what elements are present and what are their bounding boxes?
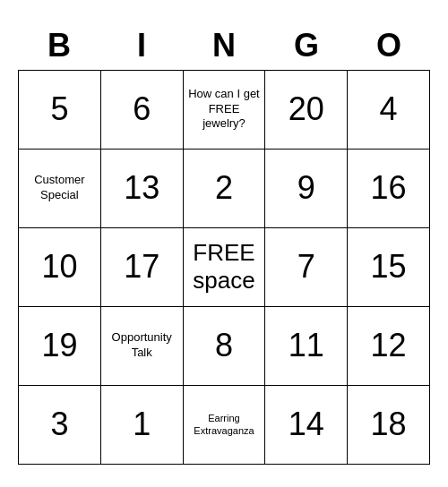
cell-number: 13	[124, 169, 159, 207]
cell-r3-c2: 8	[184, 307, 266, 386]
cell-r1-c0: Customer Special	[19, 150, 101, 228]
cell-number: 17	[124, 248, 159, 286]
cell-r3-c0: 19	[19, 307, 101, 386]
cell-r2-c4: 15	[348, 228, 430, 307]
bingo-header: BINGO	[18, 23, 430, 70]
header-letter: G	[265, 23, 348, 70]
cell-number: 5	[50, 90, 68, 128]
header-letter: B	[18, 23, 100, 70]
cell-number: 11	[289, 327, 324, 364]
cell-number: 15	[371, 248, 407, 286]
header-letter: O	[348, 23, 430, 70]
cell-number: 2	[215, 169, 233, 207]
cell-r4-c3: 14	[265, 386, 348, 465]
bingo-grid: 56How can I get FREE jewelry?204Customer…	[18, 70, 430, 465]
cell-r0-c3: 20	[265, 71, 348, 150]
cell-text: FREE space	[187, 239, 262, 295]
cell-number: 18	[371, 406, 407, 443]
cell-number: 3	[50, 406, 68, 443]
cell-r4-c2: Earring Extravaganza	[184, 386, 266, 465]
cell-r0-c1: 6	[101, 71, 184, 150]
cell-text: How can I get FREE jewelry?	[187, 87, 262, 132]
cell-number: 14	[289, 406, 324, 443]
cell-number: 19	[41, 327, 77, 364]
cell-r4-c1: 1	[101, 386, 184, 465]
cell-number: 9	[297, 169, 315, 207]
cell-number: 1	[133, 406, 151, 443]
cell-r2-c2: FREE space	[184, 228, 266, 307]
cell-r1-c4: 16	[348, 150, 430, 228]
cell-r3-c1: Opportunity Talk	[101, 307, 184, 386]
cell-r2-c0: 10	[19, 228, 101, 307]
cell-r0-c4: 4	[348, 71, 430, 150]
cell-text: Customer Special	[22, 173, 97, 203]
cell-number: 7	[297, 248, 315, 286]
cell-r1-c2: 2	[184, 150, 266, 228]
cell-number: 6	[133, 90, 151, 128]
cell-r0-c0: 5	[19, 71, 101, 150]
cell-number: 10	[41, 248, 77, 286]
header-letter: N	[183, 23, 265, 70]
cell-text: Earring Extravaganza	[187, 412, 262, 438]
cell-r0-c2: How can I get FREE jewelry?	[184, 71, 266, 150]
cell-r2-c1: 17	[101, 228, 184, 307]
cell-number: 12	[371, 327, 407, 364]
cell-number: 8	[215, 327, 233, 364]
cell-r4-c0: 3	[19, 386, 101, 465]
cell-number: 16	[371, 169, 407, 207]
cell-r3-c4: 12	[348, 307, 430, 386]
cell-number: 20	[289, 90, 324, 128]
cell-text: Opportunity Talk	[105, 330, 179, 361]
cell-number: 4	[380, 90, 398, 128]
cell-r3-c3: 11	[265, 307, 348, 386]
cell-r4-c4: 18	[348, 386, 430, 465]
cell-r1-c1: 13	[101, 150, 184, 228]
bingo-card: BINGO 56How can I get FREE jewelry?204Cu…	[18, 23, 430, 465]
header-letter: I	[100, 23, 183, 70]
cell-r1-c3: 9	[265, 150, 348, 228]
cell-r2-c3: 7	[265, 228, 348, 307]
